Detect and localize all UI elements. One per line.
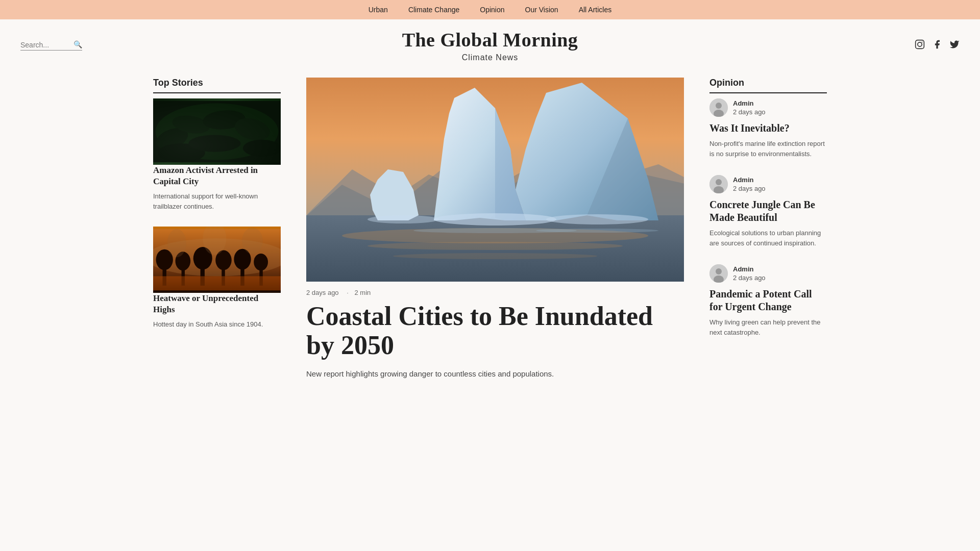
svg-point-55 (716, 268, 722, 274)
opinion-card-0[interactable]: Admin 2 days ago Was It Inevitable? Non-… (709, 98, 827, 159)
sidebar-right: Opinion Admin 2 days ago Was It Inevitab… (694, 78, 827, 380)
svg-point-6 (171, 113, 211, 136)
opinion-heading: Opinion (709, 78, 827, 93)
svg-point-30 (242, 228, 263, 254)
svg-point-9 (243, 140, 281, 157)
svg-point-52 (716, 179, 722, 185)
social-icons (915, 39, 960, 52)
story-card-heatwave[interactable]: Heatwave or Unprecedented Highs Hottest … (153, 227, 281, 330)
opinion-author-name-2: Admin (733, 265, 766, 273)
svg-point-28 (167, 229, 186, 258)
story-desc-heatwave: Hottest day in South Asia since 1904. (153, 319, 281, 330)
site-header: 🔍 The Global Morning Climate News (0, 19, 980, 67)
story-title-amazon: Amazon Activist Arrested in Capital City (153, 165, 281, 187)
opinion-author-1: Admin 2 days ago (709, 175, 827, 193)
opinion-time-0: 2 days ago (733, 108, 766, 116)
svg-point-8 (232, 115, 273, 144)
opinion-card-1[interactable]: Admin 2 days ago Concrete Jungle Can Be … (709, 175, 827, 248)
svg-point-43 (434, 213, 556, 226)
nav-all-articles[interactable]: All Articles (579, 6, 612, 14)
svg-point-36 (368, 242, 623, 250)
opinion-time-2: 2 days ago (733, 274, 766, 282)
svg-point-11 (188, 135, 240, 152)
story-title-heatwave: Heatwave or Unprecedented Highs (153, 293, 281, 315)
svg-point-49 (716, 103, 722, 109)
nav-opinion[interactable]: Opinion (480, 6, 504, 14)
search-bar[interactable]: 🔍 (20, 40, 82, 51)
article-title[interactable]: Coastal Cities to Be Inundated by 2050 (306, 302, 684, 360)
article-read-time: 2 min (354, 289, 371, 296)
story-card-amazon[interactable]: Amazon Activist Arrested in Capital City… (153, 98, 281, 211)
search-input[interactable] (20, 41, 71, 49)
opinion-desc-0: Non-profit's marine life extinction repo… (709, 139, 827, 159)
main-container: Top Stories Amazon (133, 67, 847, 390)
svg-point-7 (202, 109, 246, 131)
opinion-author-name-1: Admin (733, 176, 766, 184)
svg-point-26 (254, 254, 268, 270)
article-time: 2 days ago (306, 289, 339, 296)
facebook-icon[interactable] (932, 39, 942, 52)
opinion-author-0: Admin 2 days ago (709, 98, 827, 117)
article-description: New report highlights growing danger to … (306, 368, 684, 380)
opinion-title-1: Concrete Jungle Can Be Made Beautiful (709, 198, 827, 224)
opinion-desc-1: Ecological solutions to urban planning a… (709, 228, 827, 248)
twitter-icon[interactable] (949, 39, 960, 52)
opinion-title-2: Pandemic a Potent Call for Urgent Change (709, 288, 827, 313)
svg-point-45 (368, 215, 439, 223)
svg-rect-3 (153, 101, 281, 162)
svg-point-37 (393, 253, 597, 259)
top-navigation: Urban Climate Change Opinion Our Vision … (0, 0, 980, 19)
svg-rect-12 (153, 101, 281, 162)
opinion-avatar-1 (709, 175, 728, 193)
svg-point-44 (546, 214, 648, 224)
svg-point-2 (922, 41, 923, 42)
site-title: The Global Morning (402, 29, 578, 51)
svg-point-5 (153, 124, 191, 153)
nav-climate-change[interactable]: Climate Change (408, 6, 459, 14)
sidebar-left: Top Stories Amazon (153, 78, 296, 380)
story-image-amazon (153, 98, 281, 165)
opinion-author-name-0: Admin (733, 99, 766, 107)
svg-rect-27 (153, 277, 281, 291)
svg-point-1 (918, 42, 922, 46)
opinion-title-0: Was It Inevitable? (709, 122, 827, 135)
svg-point-4 (156, 103, 279, 160)
opinion-avatar-2 (709, 264, 728, 283)
opinion-desc-2: Why living green can help prevent the ne… (709, 317, 827, 337)
story-image-heatwave (153, 227, 281, 293)
instagram-icon[interactable] (915, 39, 925, 52)
main-content: 2 days ago · 2 min Coastal Cities to Be … (296, 78, 694, 380)
nav-our-vision[interactable]: Our Vision (525, 6, 558, 14)
opinion-author-2: Admin 2 days ago (709, 264, 827, 283)
article-meta: 2 days ago · 2 min (306, 289, 684, 296)
svg-point-10 (158, 143, 205, 162)
story-desc-amazon: International support for well-known tra… (153, 191, 281, 211)
top-stories-heading: Top Stories (153, 78, 281, 93)
opinion-avatar-0 (709, 98, 728, 117)
search-icon[interactable]: 🔍 (74, 40, 82, 49)
opinion-time-1: 2 days ago (733, 185, 766, 192)
site-subtitle: Climate News (402, 53, 578, 62)
nav-urban[interactable]: Urban (369, 6, 388, 14)
svg-point-47 (536, 229, 658, 233)
opinion-card-2[interactable]: Admin 2 days ago Pandemic a Potent Call … (709, 264, 827, 337)
svg-rect-0 (916, 40, 924, 48)
main-hero-image (306, 78, 684, 282)
header-center: The Global Morning Climate News (402, 29, 578, 62)
